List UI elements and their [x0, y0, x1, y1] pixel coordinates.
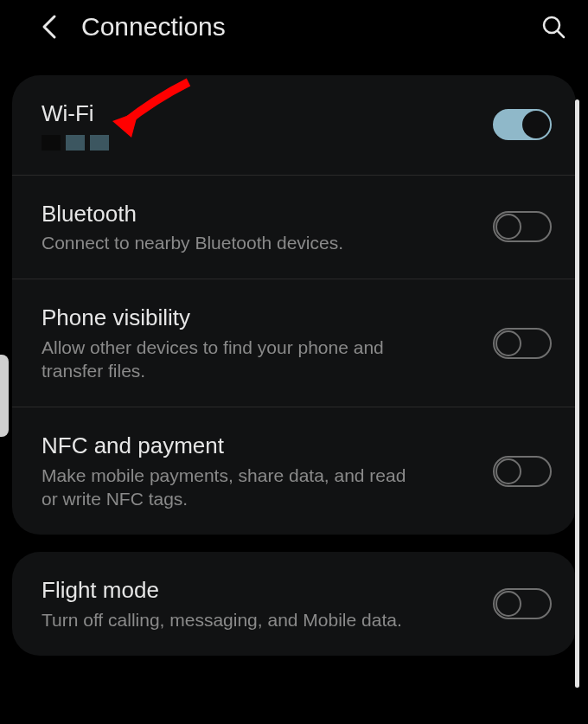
setting-text: NFC and payment Make mobile payments, sh…	[42, 432, 493, 510]
setting-title: Wi-Fi	[42, 99, 479, 128]
toggle-knob	[495, 330, 521, 356]
bluetooth-toggle[interactable]	[493, 211, 552, 242]
scrollbar[interactable]	[575, 99, 579, 688]
setting-title: Phone visibility	[42, 304, 479, 332]
setting-subtitle: Make mobile payments, share data, and re…	[42, 464, 422, 511]
setting-text: Bluetooth Connect to nearby Bluetooth de…	[42, 200, 493, 255]
settings-card-connections: Wi-Fi Bluetooth Connect to nearby Blueto…	[12, 75, 576, 535]
setting-text: Flight mode Turn off calling, messaging,…	[42, 576, 493, 631]
setting-title: Bluetooth	[42, 200, 479, 228]
setting-row-bluetooth[interactable]: Bluetooth Connect to nearby Bluetooth de…	[12, 176, 576, 280]
setting-text: Phone visibility Allow other devices to …	[42, 304, 493, 382]
edge-panel-handle[interactable]	[0, 355, 9, 437]
wifi-network-redacted	[42, 135, 479, 151]
chevron-left-icon	[41, 14, 58, 40]
phone-visibility-toggle[interactable]	[493, 328, 552, 359]
svg-line-1	[558, 31, 564, 37]
toggle-knob	[495, 591, 521, 617]
setting-title: Flight mode	[42, 576, 479, 605]
search-icon	[540, 14, 566, 40]
setting-row-wifi[interactable]: Wi-Fi	[12, 75, 576, 176]
header: Connections	[0, 0, 588, 54]
back-button[interactable]	[35, 12, 64, 42]
toggle-knob	[495, 458, 521, 484]
search-button[interactable]	[536, 10, 571, 44]
toggle-knob	[522, 111, 550, 138]
page-title: Connections	[81, 12, 536, 42]
setting-subtitle: Turn off calling, messaging, and Mobile …	[42, 608, 422, 631]
settings-card-flight: Flight mode Turn off calling, messaging,…	[12, 552, 576, 656]
setting-title: NFC and payment	[42, 432, 479, 460]
setting-row-phone-visibility[interactable]: Phone visibility Allow other devices to …	[12, 279, 576, 407]
toggle-knob	[495, 214, 521, 240]
nfc-toggle[interactable]	[493, 456, 552, 487]
setting-row-nfc[interactable]: NFC and payment Make mobile payments, sh…	[12, 407, 576, 535]
setting-subtitle: Connect to nearby Bluetooth devices.	[42, 231, 422, 254]
setting-text: Wi-Fi	[42, 99, 493, 151]
setting-subtitle: Allow other devices to find your phone a…	[42, 336, 422, 383]
setting-row-flight-mode[interactable]: Flight mode Turn off calling, messaging,…	[12, 552, 576, 656]
wifi-toggle[interactable]	[493, 109, 552, 140]
flight-mode-toggle[interactable]	[493, 588, 552, 619]
